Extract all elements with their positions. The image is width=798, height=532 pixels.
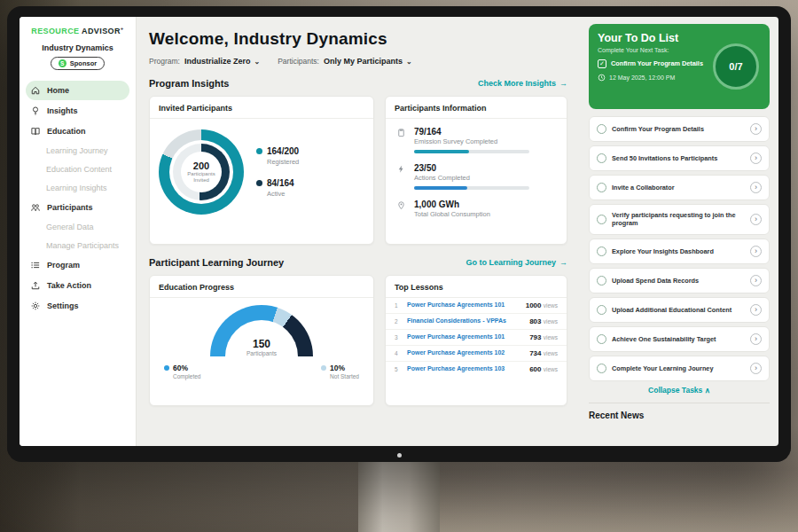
chevron-right-icon[interactable]: › [750,153,762,164]
progress-fill [414,186,467,190]
gear-icon [30,301,41,311]
task-checkbox[interactable] [597,334,606,344]
sidebar-item-insights[interactable]: Insights [20,100,136,121]
collapse-label: Collapse Tasks [648,386,702,395]
datetime-label: 12 May 2025, 12:00 PM [609,74,675,81]
task-checkbox[interactable] [597,153,606,163]
legend-value: 84/164 [267,178,294,188]
chevron-down-icon: ⌄ [406,58,412,66]
arrow-right-icon: → [559,79,567,88]
task-row-1[interactable]: Confirm Your Program Details › [589,116,770,142]
chevron-right-icon[interactable]: › [750,333,762,345]
sidebar-item-label: Learning Insights [46,184,107,192]
task-checkbox[interactable] [597,124,606,134]
book-icon [30,126,41,137]
task-checkbox[interactable] [597,215,606,224]
task-row-7[interactable]: Upload Additional Educational Content › [589,297,770,323]
sidebar-item-participants[interactable]: Participants [20,197,136,217]
task-checkbox[interactable] [597,305,606,315]
task-label: Achieve One Sustainability Target [612,335,745,343]
progress-bar [414,186,529,190]
chevron-right-icon[interactable]: › [750,304,762,316]
info-value: 1,000 GWh [414,200,490,209]
chevron-right-icon[interactable]: › [750,214,762,225]
program-filter-dropdown[interactable]: Industrialize Zero ⌄ [184,57,260,66]
task-row-2[interactable]: Send 50 Invitations to Participants › [589,145,770,171]
task-row-9[interactable]: Complete Your Learning Journey › [589,356,770,381]
views-count: 793 [529,333,541,341]
views-count: 600 [529,365,541,373]
sidebar-item-manage-participants[interactable]: Manage Participants [20,236,136,254]
sidebar-item-label: Home [47,86,69,95]
card-title: Participants Information [386,97,567,119]
task-checkbox[interactable] [597,276,606,286]
monitor-camera-dot [397,453,402,458]
checkbox-icon[interactable]: ✓ [598,59,606,68]
legend-label: Completed [173,373,200,379]
lesson-link[interactable]: Financial Considerations - VPPAs [407,317,524,325]
lesson-row: 2 Financial Considerations - VPPAs 803 v… [386,314,567,330]
info-row-consumption: 1,000 GWh Total Global Consumption [396,200,556,218]
sidebar-item-settings[interactable]: Settings [20,295,136,316]
views-label: views [544,318,558,325]
sidebar-item-take-action[interactable]: Take Action [20,275,136,295]
chevron-right-icon[interactable]: › [750,363,762,374]
sidebar-item-education-content[interactable]: Education Content [20,160,136,178]
progress-bar [414,150,529,153]
lesson-link[interactable]: Power Purchase Agreements 101 [407,301,520,309]
sidebar-item-label: Program [47,261,80,270]
sidebar-item-home[interactable]: Home [26,81,129,100]
link-label: Go to Learning Journey [466,258,556,267]
sidebar-item-label: Manage Participants [46,241,119,250]
sidebar-item-general-data[interactable]: General Data [20,217,136,236]
lesson-views: 734 views [529,349,558,357]
views-count: 734 [529,349,541,357]
sidebar-item-learning-journey[interactable]: Learning Journey [20,141,136,160]
legend-item-not-started: 10% Not Started [321,364,359,379]
chevron-right-icon[interactable]: › [750,182,762,193]
lesson-views: 803 views [529,317,558,325]
task-row-4[interactable]: Verify participants requesting to join t… [589,204,770,235]
go-to-learning-journey-link[interactable]: Go to Learning Journey → [466,258,567,267]
legend-label: Registered [267,158,299,166]
bolt-icon [396,163,407,190]
task-row-5[interactable]: Explore Your Insights Dashboard › [589,239,770,264]
sidebar-item-program[interactable]: Program [20,254,136,275]
task-checkbox[interactable] [597,246,606,256]
sidebar-item-label: Education [47,127,86,136]
lesson-link[interactable]: Power Purchase Agreements 102 [407,349,524,356]
legend-item-completed: 60% Completed [164,364,200,379]
task-row-3[interactable]: Invite a Collaborator › [589,175,770,200]
logo-superscript: + [121,26,124,31]
chevron-right-icon[interactable]: › [750,275,762,286]
chevron-up-icon: ∧ [705,386,710,395]
gauge-center: 150 Participants [210,338,313,356]
chevron-right-icon[interactable]: › [750,123,762,135]
lesson-link[interactable]: Power Purchase Agreements 101 [407,333,524,340]
views-label: views [544,334,558,340]
people-icon [30,202,41,213]
views-label: views [544,366,558,372]
task-checkbox[interactable] [597,364,606,373]
logo-secondary: ADVISOR [82,27,121,35]
card-title: Invited Participants [150,97,373,119]
donut-center-label: Participants Invited [181,171,222,184]
sidebar-item-learning-insights[interactable]: Learning Insights [20,178,136,197]
next-task-label: Confirm Your Program Details [611,60,703,68]
chevron-right-icon[interactable]: › [750,246,762,257]
collapse-tasks-link[interactable]: Collapse Tasks ∧ [589,386,770,395]
sidebar: RESOURCE ADVISOR+ Industry Dynamics S Sp… [20,17,137,446]
link-label: Check More Insights [478,79,556,88]
task-row-6[interactable]: Upload Spend Data Records › [589,268,770,293]
sidebar-item-education[interactable]: Education [20,121,136,141]
todo-next-task[interactable]: ✓ Confirm Your Program Details [598,59,722,68]
task-label: Complete Your Learning Journey [612,364,745,372]
main-content: Welcome, Industry Dynamics Program: Indu… [137,17,580,446]
task-row-8[interactable]: Achieve One Sustainability Target › [589,326,770,352]
task-checkbox[interactable] [597,183,606,192]
task-label: Explore Your Insights Dashboard [612,247,745,255]
participants-filter-dropdown[interactable]: Only My Participants ⌄ [324,57,412,66]
lesson-link[interactable]: Power Purchase Agreements 103 [407,365,524,372]
check-more-insights-link[interactable]: Check More Insights → [478,79,567,88]
donut-center: 200 Participants Invited [181,152,222,192]
